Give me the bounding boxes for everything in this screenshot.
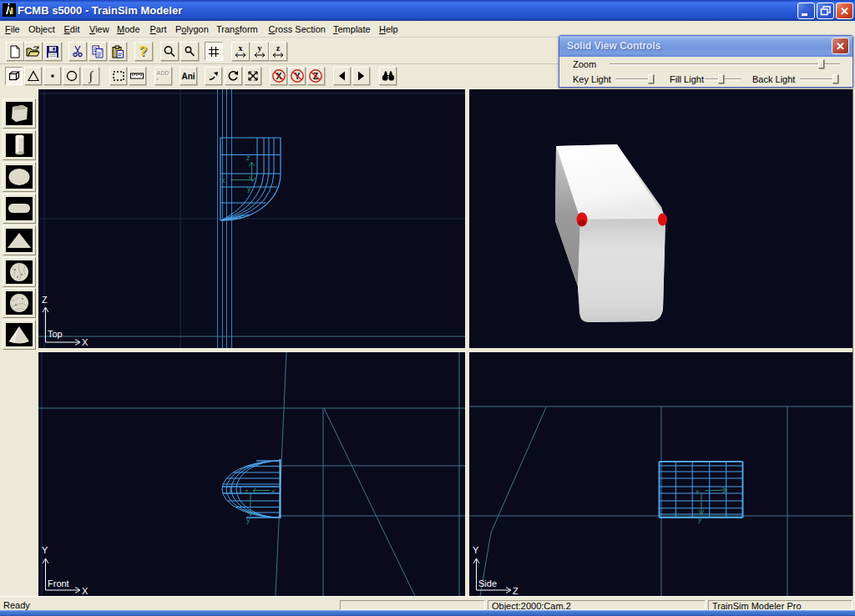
svg-text:y: y <box>258 44 262 53</box>
svg-text:Top: Top <box>48 329 63 339</box>
svg-text:X: X <box>82 337 89 347</box>
svg-text:y: y <box>698 515 702 523</box>
svg-text:Z: Z <box>42 295 48 305</box>
svg-text:y: y <box>247 184 251 193</box>
svg-text:Front: Front <box>48 578 69 588</box>
svg-text:x: x <box>696 487 700 496</box>
svg-text:x: x <box>221 176 225 184</box>
svg-text:x: x <box>271 487 276 496</box>
svg-text:z: z <box>276 44 281 53</box>
svg-text:z: z <box>245 487 249 496</box>
svg-text:Y: Y <box>42 545 48 555</box>
svg-text:x: x <box>239 44 243 53</box>
svg-text:Y: Y <box>473 545 479 555</box>
svg-text:X: X <box>82 586 89 596</box>
svg-text:Z: Z <box>513 586 519 596</box>
svg-text:y: y <box>246 516 250 524</box>
svg-text:Side: Side <box>478 578 497 588</box>
svg-text:z: z <box>246 154 250 162</box>
